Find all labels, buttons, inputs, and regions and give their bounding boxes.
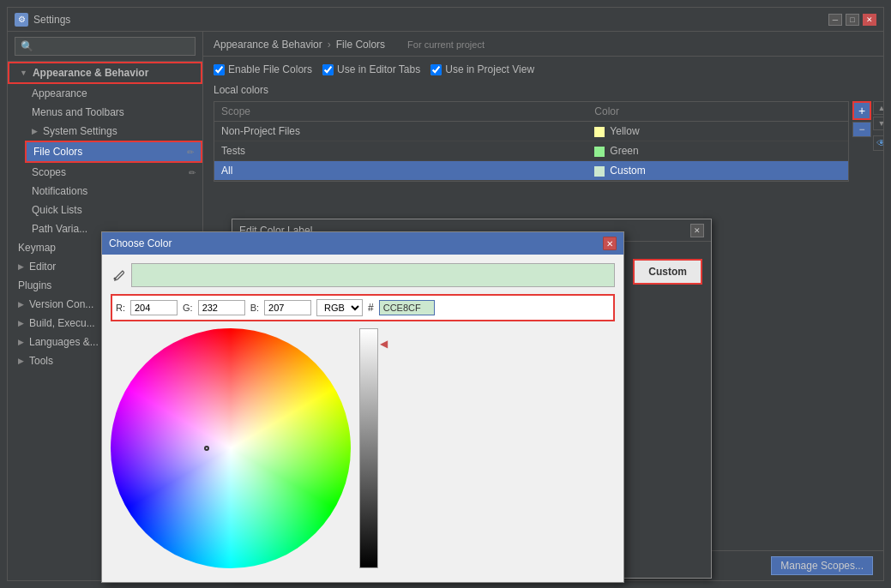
sidebar-item-system-settings[interactable]: ▶ System Settings xyxy=(25,122,202,141)
expand-chevron: ▶ xyxy=(18,262,24,271)
rgb-input-row: R: G: B: RGB HSB Hex # xyxy=(111,294,615,321)
table-row-selected[interactable]: All Custom xyxy=(214,161,848,181)
table-action-buttons: + − xyxy=(852,101,871,137)
r-input[interactable] xyxy=(130,300,178,315)
color-table-container: Scope Color Non-Project Files Yellow xyxy=(214,101,849,182)
choose-color-close-btn[interactable]: ✕ xyxy=(603,237,617,250)
table-row[interactable]: Tests Green xyxy=(214,141,848,161)
dialog-title-controls: ✕ xyxy=(690,224,704,237)
minimize-btn[interactable]: ─ xyxy=(828,14,842,26)
title-controls: ─ □ ✕ xyxy=(828,14,876,26)
enable-file-colors-label[interactable]: Enable File Colors xyxy=(214,63,312,75)
sidebar-item-label: Version Con... xyxy=(29,298,93,310)
scroll-up-btn[interactable]: ▲ xyxy=(873,101,883,115)
sidebar-item-label: System Settings xyxy=(43,125,117,137)
sidebar-item-label: Notifications xyxy=(32,185,87,197)
hash-label: # xyxy=(368,302,374,314)
file-colors-edit-icon: ✏ xyxy=(187,147,194,157)
use-in-editor-tabs-text: Use in Editor Tabs xyxy=(337,63,420,75)
maximize-btn[interactable]: □ xyxy=(846,14,859,26)
scope-cell: All xyxy=(214,161,587,181)
window-title: Settings xyxy=(33,14,70,26)
use-in-editor-tabs-checkbox[interactable] xyxy=(322,64,334,75)
title-bar: ⚙ Settings ─ □ ✕ xyxy=(8,8,883,32)
checkboxes-row: Enable File Colors Use in Editor Tabs Us… xyxy=(214,63,873,75)
scope-cell: Non-Project Files xyxy=(214,122,587,141)
use-in-editor-tabs-label[interactable]: Use in Editor Tabs xyxy=(322,63,420,75)
sidebar-item-label: Build, Execu... xyxy=(29,317,95,329)
hex-input[interactable] xyxy=(379,300,435,315)
add-scope-button[interactable]: + xyxy=(852,101,871,120)
svg-point-0 xyxy=(114,278,117,280)
b-input[interactable] xyxy=(264,300,311,315)
sidebar-item-label: File Colors xyxy=(33,146,82,158)
expand-chevron: ▶ xyxy=(18,357,24,365)
page-title: File Colors xyxy=(336,39,385,51)
use-in-project-view-checkbox[interactable] xyxy=(430,64,442,75)
expand-chevron: ▶ xyxy=(32,127,38,135)
sidebar-item-notifications[interactable]: Notifications xyxy=(25,182,202,201)
remove-scope-button[interactable]: − xyxy=(852,122,871,137)
r-label: R: xyxy=(116,303,125,313)
sidebar-item-label: Quick Lists xyxy=(32,204,82,216)
sidebar-item-appearance-behavior[interactable]: ▼ Appearance & Behavior xyxy=(8,62,202,84)
sidebar-item-appearance[interactable]: Appearance xyxy=(25,84,202,103)
color-table: Scope Color Non-Project Files Yellow xyxy=(214,102,848,181)
use-in-project-view-label[interactable]: Use in Project View xyxy=(430,63,534,75)
color-mode-select[interactable]: RGB HSB Hex xyxy=(316,299,363,316)
sidebar-item-label: Tools xyxy=(29,355,53,367)
color-swatch xyxy=(594,147,605,157)
for-current-project: For current project xyxy=(407,39,485,50)
table-row[interactable]: Non-Project Files Yellow xyxy=(214,122,848,141)
expand-chevron: ▼ xyxy=(20,69,27,77)
local-colors-title: Local colors xyxy=(214,84,873,96)
edit-dialog-close-btn[interactable]: ✕ xyxy=(690,224,704,237)
eye-btn[interactable]: 👁 xyxy=(873,135,883,151)
breadcrumb-arrow: › xyxy=(328,39,331,51)
scroll-down-btn[interactable]: ▼ xyxy=(873,117,883,130)
sidebar-item-label: Plugins xyxy=(18,279,51,291)
search-input[interactable] xyxy=(15,37,196,56)
manage-scopes-button[interactable]: Manage Scopes... xyxy=(771,556,873,575)
scroll-buttons: ▲ ▼ 👁 xyxy=(873,101,883,151)
slider-arrow: ◀ xyxy=(380,338,388,350)
window-close-btn[interactable]: ✕ xyxy=(863,14,876,26)
sidebar-item-file-colors[interactable]: File Colors ✏ xyxy=(25,141,202,163)
choose-color-body: R: G: B: RGB HSB Hex # ◀ xyxy=(102,255,623,582)
expand-chevron: ▶ xyxy=(18,338,24,346)
color-wheel-area: ◀ xyxy=(111,328,615,573)
sidebar-item-label: Keymap xyxy=(18,242,56,254)
enable-file-colors-checkbox[interactable] xyxy=(214,64,225,75)
local-colors-table-wrapper: Scope Color Non-Project Files Yellow xyxy=(214,101,849,182)
wheel-cursor xyxy=(204,446,209,451)
settings-icon: ⚙ xyxy=(15,13,28,27)
sidebar-item-scopes[interactable]: Scopes ✏ xyxy=(25,163,202,182)
color-preview-row xyxy=(111,263,615,287)
enable-file-colors-text: Enable File Colors xyxy=(228,63,312,75)
sidebar-item-label: Editor xyxy=(29,261,56,273)
choose-color-title: Choose Color xyxy=(109,237,172,249)
expand-chevron: ▶ xyxy=(18,319,24,327)
sidebar-item-label: Languages &... xyxy=(29,336,99,348)
choose-color-dialog: Choose Color ✕ R: G: B: RGB HSB H xyxy=(101,231,624,583)
sidebar-item-label: Appearance & Behavior xyxy=(33,67,148,79)
b-label: B: xyxy=(250,303,259,313)
eyedropper-icon[interactable] xyxy=(111,267,126,283)
expand-chevron: ▶ xyxy=(18,300,24,309)
choose-color-titlebar: Choose Color ✕ xyxy=(102,232,623,255)
sidebar-item-menus-toolbars[interactable]: Menus and Toolbars xyxy=(25,103,202,122)
sidebar-item-quick-lists[interactable]: Quick Lists xyxy=(25,201,202,219)
scopes-edit-icon: ✏ xyxy=(189,168,196,177)
brightness-slider[interactable]: ◀ xyxy=(359,328,378,568)
color-cell: Green xyxy=(587,141,848,161)
color-wheel[interactable] xyxy=(111,328,351,568)
scope-cell: Tests xyxy=(214,141,587,161)
color-swatch xyxy=(594,127,605,137)
g-input[interactable] xyxy=(198,300,245,315)
breadcrumb: Appearance & Behavior xyxy=(214,39,322,51)
color-header: Color xyxy=(587,102,848,122)
color-cell: Yellow xyxy=(587,122,848,141)
color-preview-box xyxy=(131,263,615,287)
g-label: G: xyxy=(183,303,193,313)
custom-button[interactable]: Custom xyxy=(633,259,702,285)
